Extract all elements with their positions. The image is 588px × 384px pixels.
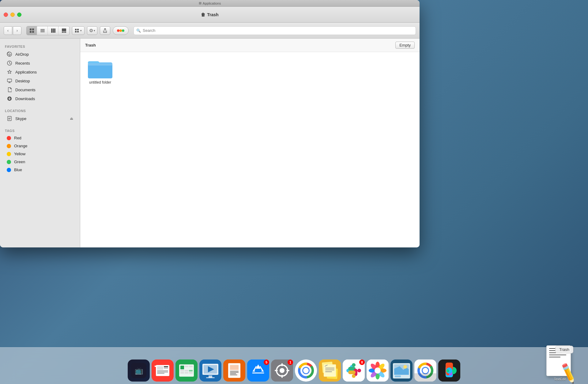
svg-rect-81 [324, 364, 336, 377]
svg-rect-70 [281, 363, 283, 366]
svg-rect-90 [352, 363, 356, 367]
red-tag-dot [7, 136, 11, 140]
sidebar-item-tag-yellow[interactable]: Yellow [2, 150, 78, 158]
svg-rect-50 [180, 372, 184, 374]
svg-rect-63 [230, 372, 239, 373]
svg-rect-16 [75, 31, 77, 32]
dock-item-appstore[interactable]: 5 [247, 360, 269, 382]
dock-item-stickies[interactable] [319, 360, 341, 382]
sidebar-item-recents[interactable]: Recents [2, 59, 78, 67]
svg-rect-47 [180, 370, 184, 371]
yellow-tag-label: Yellow [14, 152, 25, 156]
back-button[interactable]: ‹ [4, 26, 12, 35]
svg-rect-127 [446, 369, 449, 372]
toolbar: ‹ › [0, 23, 420, 39]
dock-item-photos[interactable] [367, 360, 389, 382]
text-line-5 [549, 357, 560, 357]
svg-rect-26 [8, 116, 11, 121]
chrome-icon [295, 360, 317, 382]
view-icon-button[interactable] [27, 26, 37, 35]
svg-rect-56 [206, 377, 215, 378]
nav-buttons: ‹ › [4, 26, 21, 35]
search-input[interactable] [143, 28, 413, 33]
svg-rect-61 [230, 365, 239, 370]
preview-icon [390, 360, 413, 382]
sidebar-item-tag-orange[interactable]: Orange [2, 142, 78, 150]
share-button[interactable] [100, 26, 110, 35]
empty-button[interactable]: Empty [395, 42, 415, 49]
view-gallery-button[interactable] [59, 26, 69, 35]
dock-item-figma[interactable] [438, 360, 460, 382]
file-grid: untitled folder [80, 52, 420, 247]
keynote-icon [199, 360, 221, 382]
svg-rect-48 [185, 370, 188, 371]
tag-button[interactable] [113, 26, 129, 35]
orange-tag-dot [7, 144, 11, 148]
svg-rect-2 [30, 31, 32, 33]
forward-button[interactable]: › [13, 26, 21, 35]
view-column-button[interactable] [48, 26, 58, 35]
sidebar: Favorites AirDrop [0, 39, 80, 247]
search-bar[interactable]: 🔍 [134, 26, 416, 35]
title-bar: 🗑 Trash [0, 7, 420, 23]
airdrop-icon [7, 51, 12, 57]
svg-point-20 [122, 29, 124, 32]
dock-item-appletv[interactable]: 📺 [128, 360, 150, 382]
favorites-section-title: Favorites [0, 42, 80, 50]
downloads-label: Downloads [15, 96, 35, 101]
svg-rect-24 [7, 79, 12, 82]
sidebar-item-airdrop[interactable]: AirDrop [2, 50, 78, 58]
window-title-text: Trash [207, 12, 218, 17]
dock-item-numbers[interactable] [175, 360, 198, 382]
dock-item-pages[interactable] [223, 360, 245, 382]
sidebar-item-documents[interactable]: Documents [2, 85, 78, 94]
svg-point-18 [117, 29, 119, 32]
svg-rect-27 [8, 118, 11, 119]
folder-item[interactable]: untitled folder [86, 58, 114, 85]
dock-item-systemprefs[interactable]: 1 [271, 360, 293, 382]
svg-rect-71 [281, 375, 283, 378]
svg-rect-8 [53, 28, 54, 33]
skype-drive-icon [7, 116, 12, 121]
gear-button[interactable]: ⚙ ▾ [87, 26, 97, 35]
svg-rect-95 [348, 371, 356, 374]
maximize-button[interactable] [17, 13, 21, 17]
svg-rect-7 [51, 28, 52, 33]
group-button[interactable]: ▾ [72, 26, 85, 35]
dock-item-preview[interactable] [390, 360, 413, 382]
svg-point-109 [403, 365, 407, 369]
sidebar-item-skype[interactable]: Skype ⏏ [2, 114, 78, 123]
svg-rect-12 [63, 32, 65, 33]
dock-item-news[interactable] [152, 360, 174, 382]
svg-rect-45 [185, 366, 188, 367]
svg-rect-64 [230, 373, 236, 374]
sidebar-item-tag-green[interactable]: Green [2, 158, 78, 166]
skype-eject-icon[interactable]: ⏏ [70, 116, 73, 121]
dock-item-keynote[interactable] [199, 360, 221, 382]
file-content: Trash Empty [80, 39, 420, 247]
blue-tag-label: Blue [14, 168, 22, 172]
svg-rect-0 [30, 28, 32, 30]
sidebar-item-applications[interactable]: Applications [2, 68, 78, 76]
dock-item-slack[interactable]: 8 [343, 360, 365, 382]
pages-icon [223, 360, 245, 382]
app-title: Applications [203, 2, 221, 5]
view-list-button[interactable] [37, 26, 48, 35]
stickies-icon [319, 360, 341, 382]
sidebar-item-desktop[interactable]: Desktop [2, 77, 78, 85]
close-button[interactable] [4, 13, 8, 17]
view-buttons [26, 26, 70, 35]
downloads-icon [7, 96, 12, 101]
dock-item-chrome2[interactable] [414, 360, 436, 382]
sidebar-item-downloads[interactable]: Downloads [2, 94, 78, 103]
gear-chevron: ▾ [94, 29, 95, 32]
svg-rect-65 [230, 375, 237, 375]
window-title: 🗑 Trash [201, 12, 218, 17]
minimize-button[interactable] [10, 13, 15, 17]
sidebar-item-tag-blue[interactable]: Blue [2, 166, 78, 174]
finder-window: ⊞ Applications 🗑 Trash ‹ › [0, 0, 420, 247]
sidebar-item-tag-red[interactable]: Red [2, 134, 78, 142]
dock-item-chrome[interactable] [295, 360, 317, 382]
svg-rect-115 [414, 373, 436, 382]
trash-tooltip: Trash [555, 346, 573, 353]
